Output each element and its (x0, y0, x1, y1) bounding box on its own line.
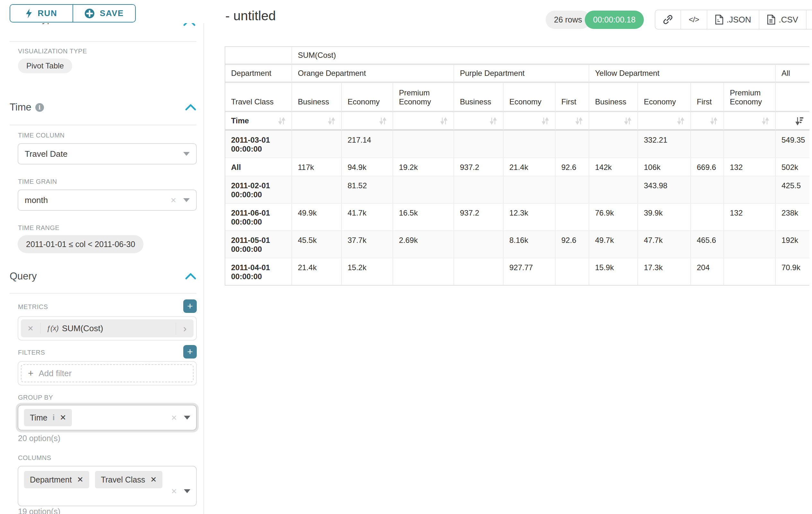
remove-tag-x-icon[interactable]: ✕ (60, 413, 66, 422)
menu-button[interactable] (807, 10, 812, 29)
pivot-row-label: 2011-05-01 00:00:00 (225, 231, 292, 258)
time-grain-select[interactable]: month × (18, 190, 197, 211)
group-by-option-count: 20 option(s) (18, 434, 60, 443)
pivot-cell (724, 177, 776, 204)
metric-pill[interactable]: × ƒ(x) SUM(Cost) › (21, 319, 194, 337)
column-sort-header[interactable] (556, 112, 589, 131)
pivot-table: SUM(Cost)DepartmentOrange DepartmentPurp… (225, 47, 809, 285)
time-range-value[interactable]: 2011-01-01 ≤ col < 2011-06-30 (18, 235, 143, 253)
run-label: RUN (37, 8, 57, 18)
pivot-cell (589, 177, 638, 204)
table-row: DepartmentOrange DepartmentPurple Depart… (225, 65, 809, 83)
time-column-select[interactable]: Travel Date (18, 143, 197, 164)
pivot-cell (691, 204, 724, 231)
caret-down-icon[interactable] (184, 416, 190, 420)
share-link-button[interactable] (656, 10, 681, 29)
export-json-label: .JSON (727, 15, 751, 25)
column-subheader: Economy (638, 83, 691, 112)
pivot-cell: 465.6 (691, 231, 724, 258)
column-sort-header[interactable] (454, 112, 503, 131)
pivot-cell (556, 131, 589, 158)
column-sort-header[interactable] (393, 112, 454, 131)
add-filter-dropzone[interactable]: + Add filter (21, 364, 194, 382)
columns-tag[interactable]: Department ✕ (24, 471, 89, 488)
x-icon[interactable]: × (171, 413, 177, 423)
sort-arrows-icon[interactable] (328, 117, 336, 125)
sort-arrows-icon[interactable] (677, 117, 685, 125)
time-sort-header[interactable]: Time (225, 112, 292, 131)
chevron-up-icon[interactable] (185, 273, 196, 280)
chart-title[interactable]: - untitled (225, 8, 276, 23)
x-icon[interactable]: × (170, 195, 176, 205)
function-fx-icon: ƒ(x) (47, 324, 59, 332)
columns-select[interactable]: Department ✕ Travel Class ✕ × (18, 466, 197, 506)
divider (10, 41, 196, 42)
sort-arrows-icon[interactable] (762, 117, 769, 125)
sort-amount-desc-icon[interactable] (795, 117, 804, 125)
pivot-cell (503, 131, 556, 158)
pivot-cell: 15.9k (589, 258, 638, 285)
pivot-cell: 17.3k (638, 258, 691, 285)
chevron-up-icon[interactable] (185, 104, 196, 111)
pivot-cell: 217.14 (342, 131, 393, 158)
pivot-row-label: 2011-02-01 00:00:00 (225, 177, 292, 204)
column-sort-header[interactable] (776, 112, 809, 131)
group-by-select[interactable]: Time i ✕ × (18, 405, 197, 431)
column-sort-header[interactable] (503, 112, 556, 131)
embed-code-button[interactable]: </> (681, 10, 707, 29)
sort-arrows-icon[interactable] (710, 117, 718, 125)
sort-arrows-icon[interactable] (575, 117, 583, 125)
pivot-cell: 142k (589, 158, 638, 177)
chevron-right-icon[interactable]: › (176, 323, 194, 334)
pivot-cell (556, 177, 589, 204)
export-json-button[interactable]: .JSON (707, 10, 760, 29)
caret-down-icon[interactable] (184, 489, 190, 493)
info-icon: i (53, 413, 55, 422)
remove-metric-x-icon[interactable]: × (21, 323, 41, 334)
column-subheader: Business (589, 83, 638, 112)
sort-arrows-icon[interactable] (624, 117, 632, 125)
column-sort-header[interactable] (342, 112, 393, 131)
column-sort-header[interactable] (292, 112, 342, 131)
sort-arrows-icon[interactable] (489, 117, 497, 125)
column-sort-header[interactable] (638, 112, 691, 131)
add-filter-plus-button[interactable]: + (183, 345, 197, 358)
table-row: Travel ClassBusinessEconomyPremium Econo… (225, 83, 809, 112)
columns-tag[interactable]: Travel Class ✕ (95, 471, 163, 488)
pivot-cell: 106k (638, 158, 691, 177)
remove-tag-x-icon[interactable]: ✕ (150, 475, 156, 484)
remove-tag-x-icon[interactable]: ✕ (77, 475, 83, 484)
export-csv-button[interactable]: .CSV (759, 10, 807, 29)
group-by-tag[interactable]: Time i ✕ (24, 409, 72, 426)
x-icon[interactable]: × (171, 486, 177, 496)
column-sort-header[interactable] (724, 112, 776, 131)
pivot-cell: 12.3k (503, 204, 556, 231)
pivot-cell: 204 (691, 258, 724, 285)
caret-down-icon[interactable] (183, 152, 190, 156)
table-row: SUM(Cost) (225, 47, 809, 65)
pivot-cell: 76.9k (589, 204, 638, 231)
pivot-cell (724, 231, 776, 258)
sort-arrows-icon[interactable] (278, 117, 286, 125)
column-subheader (776, 83, 809, 112)
pivot-cell (691, 177, 724, 204)
time-section-title: Time (10, 102, 31, 113)
pivot-row-label: 2011-04-01 00:00:00 (225, 258, 292, 285)
save-button[interactable]: SAVE (73, 5, 136, 22)
pivot-cell: 2.69k (393, 231, 454, 258)
sort-arrows-icon[interactable] (440, 117, 448, 125)
metric-value: SUM(Cost) (62, 324, 103, 333)
sort-arrows-icon[interactable] (542, 117, 549, 125)
columns-label: COLUMNS (18, 454, 51, 462)
table-row: 2011-06-01 00:00:0049.9k41.7k16.5k937.21… (225, 204, 809, 231)
sort-arrows-icon[interactable] (379, 117, 387, 125)
run-button[interactable]: RUN (10, 5, 73, 22)
viz-type-value[interactable]: Pivot Table (18, 58, 72, 73)
time-section-header: Time i (10, 102, 196, 113)
divider (10, 293, 196, 294)
column-sort-header[interactable] (589, 112, 638, 131)
add-metric-button[interactable]: + (183, 299, 197, 313)
column-sort-header[interactable] (691, 112, 724, 131)
caret-down-icon[interactable] (183, 198, 190, 202)
column-group-header: Orange Department (292, 65, 454, 83)
